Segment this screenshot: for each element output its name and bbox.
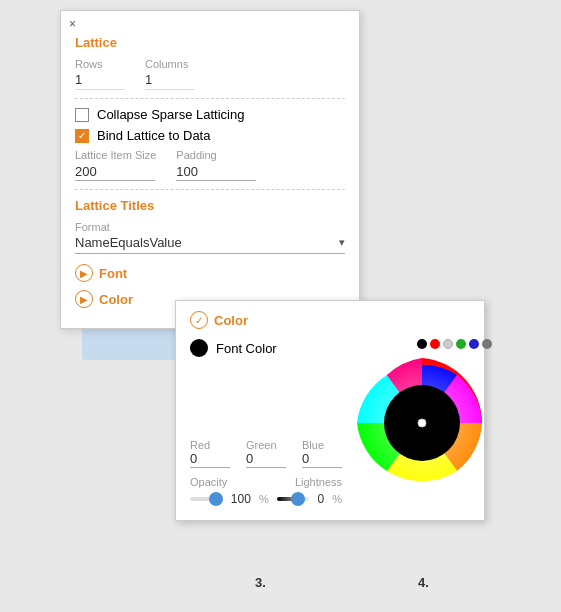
red-value[interactable]: 0 <box>190 451 230 468</box>
blue-group: Blue 0 <box>302 439 342 468</box>
columns-label: Columns <box>145 58 195 70</box>
padding-label: Padding <box>176 149 256 161</box>
font-color-swatch[interactable] <box>190 339 208 357</box>
rows-value: 1 <box>75 72 125 90</box>
padding-group: Padding <box>176 149 256 181</box>
swatch-green[interactable] <box>456 339 466 349</box>
swatch-gray[interactable] <box>482 339 492 349</box>
rgb-row: Red 0 Green 0 Blue 0 <box>190 439 342 468</box>
opacity-track[interactable] <box>190 497 223 501</box>
lattice-title: Lattice <box>75 35 345 50</box>
lightness-thumb[interactable] <box>291 492 305 506</box>
lightness-value: 0 <box>318 492 325 506</box>
swatches-row <box>352 339 492 349</box>
lightness-track[interactable] <box>277 497 310 501</box>
opacity-label: Opacity <box>190 476 227 488</box>
color-panel: ✓ Color Font Color Red 0 Green 0 <box>175 300 485 521</box>
lightness-header-right: Lightness <box>295 476 342 488</box>
columns-group: Columns 1 <box>145 58 195 90</box>
opacity-section: Opacity Lightness 100 % <box>190 476 342 506</box>
lightness-slider-container <box>277 497 310 501</box>
rows-label: Rows <box>75 58 125 70</box>
green-group: Green 0 <box>246 439 286 468</box>
font-color-row: Font Color <box>190 339 342 357</box>
color-right-section <box>352 339 492 506</box>
lightness-label-top: Lightness <box>295 476 342 488</box>
font-expand-icon: ▶ <box>75 264 93 282</box>
collapse-label: Collapse Sparse Latticing <box>97 107 244 122</box>
font-expand-label: Font <box>99 266 127 281</box>
item-size-group: Lattice Item Size <box>75 149 156 181</box>
color-expand-label: Color <box>99 292 133 307</box>
font-color-label: Font Color <box>216 341 277 356</box>
green-label: Green <box>246 439 286 451</box>
bind-label: Bind Lattice to Data <box>97 128 210 143</box>
format-label: Format <box>75 221 345 233</box>
item-size-label: Lattice Item Size <box>75 149 156 161</box>
color-check-icon: ✓ <box>190 311 208 329</box>
rows-group: Rows 1 <box>75 58 125 90</box>
bind-row[interactable]: ✓ Bind Lattice to Data <box>75 128 345 143</box>
color-panel-title: Color <box>214 313 248 328</box>
format-value: NameEqualsValue <box>75 235 339 250</box>
format-dropdown[interactable]: NameEqualsValue ▾ <box>75 235 345 254</box>
swatch-blue[interactable] <box>469 339 479 349</box>
bind-checkbox[interactable]: ✓ <box>75 129 89 143</box>
opacity-header: Opacity Lightness <box>190 476 342 488</box>
lattice-titles-section: Lattice Titles <box>75 198 345 213</box>
green-value[interactable]: 0 <box>246 451 286 468</box>
divider-1 <box>75 98 345 99</box>
opacity-value: 100 <box>231 492 251 506</box>
red-group: Red 0 <box>190 439 230 468</box>
annotation-3: 3. <box>255 575 266 590</box>
padding-input[interactable] <box>176 163 256 181</box>
sliders-row: 100 % 0 % <box>190 492 342 506</box>
lightness-pct: % <box>332 493 342 505</box>
color-panel-header: ✓ Color <box>190 311 470 329</box>
color-expand-icon: ▶ <box>75 290 93 308</box>
divider-2 <box>75 189 345 190</box>
red-label: Red <box>190 439 230 451</box>
columns-value: 1 <box>145 72 195 90</box>
collapse-row[interactable]: Collapse Sparse Latticing <box>75 107 345 122</box>
swatch-white[interactable] <box>443 339 453 349</box>
close-button[interactable]: × <box>69 17 76 31</box>
rows-columns-row: Rows 1 Columns 1 <box>75 58 345 90</box>
blue-value[interactable]: 0 <box>302 451 342 468</box>
opacity-pct: % <box>259 493 269 505</box>
blue-label: Blue <box>302 439 342 451</box>
swatch-red[interactable] <box>430 339 440 349</box>
dropdown-arrow-icon: ▾ <box>339 236 345 249</box>
collapse-checkbox[interactable] <box>75 108 89 122</box>
size-padding-row: Lattice Item Size Padding <box>75 149 345 181</box>
color-panel-body: Font Color Red 0 Green 0 Blue 0 <box>190 339 470 506</box>
annotation-4: 4. <box>418 575 429 590</box>
swatch-black[interactable] <box>417 339 427 349</box>
lattice-panel: × Lattice Rows 1 Columns 1 Collapse Spar… <box>60 10 360 329</box>
opacity-slider-container <box>190 497 223 501</box>
font-expand-row[interactable]: ▶ Font <box>75 262 345 284</box>
color-left-section: Font Color Red 0 Green 0 Blue 0 <box>190 339 342 506</box>
svg-point-2 <box>418 419 426 427</box>
color-wheel[interactable] <box>352 353 492 493</box>
item-size-input[interactable] <box>75 163 155 181</box>
opacity-thumb[interactable] <box>209 492 223 506</box>
spacer <box>190 369 342 439</box>
